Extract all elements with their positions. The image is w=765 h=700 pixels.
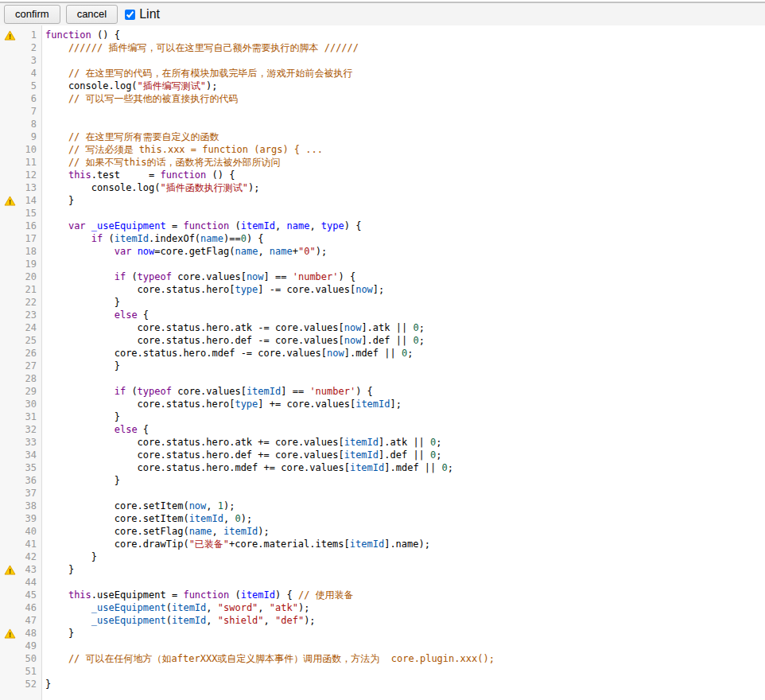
code-line[interactable]: 46 _useEquipment(itemId, "sword", "atk")…: [0, 601, 765, 614]
gutter-cell: 18: [0, 245, 43, 258]
code-line[interactable]: 17 if (itemId.indexOf(name)==0) {: [0, 232, 765, 245]
gutter-cell: 29: [0, 385, 43, 398]
code-line[interactable]: 8: [0, 118, 765, 130]
code-line[interactable]: 25 core.status.hero.def -= core.values[n…: [0, 334, 765, 347]
warning-triangle-icon: !: [4, 196, 16, 206]
lint-checkbox[interactable]: [125, 10, 135, 20]
line-number: 37: [17, 487, 43, 500]
code-line[interactable]: 32 else {: [0, 423, 765, 436]
code-line-text: if (typeof core.values[now] == 'number')…: [43, 270, 355, 283]
code-line-text: // 在这里写的代码，在所有模块加载完毕后，游戏开始前会被执行: [43, 67, 353, 80]
code-editor[interactable]: !1function () {2 ////// 插件编写，可以在这里写自己额外需…: [0, 25, 765, 700]
line-number: 34: [17, 449, 43, 461]
code-line[interactable]: 18 var now=core.getFlag(name, name+"0");: [0, 245, 765, 258]
code-line[interactable]: 36 }: [0, 474, 765, 487]
code-line[interactable]: 10 // 写法必须是 this.xxx = function (args) {…: [0, 143, 765, 156]
code-line[interactable]: 30 core.status.hero[type] += core.values…: [0, 398, 765, 410]
cancel-button[interactable]: cancel: [66, 5, 118, 24]
code-line[interactable]: 47 _useEquipment(itemId, "shield", "def"…: [0, 614, 765, 627]
code-line[interactable]: 6 // 可以写一些其他的被直接执行的代码: [0, 92, 765, 105]
code-line[interactable]: 31 }: [0, 410, 765, 423]
gutter-cell: !1: [0, 29, 43, 41]
code-line[interactable]: 35 core.status.hero.mdef += core.values[…: [0, 461, 765, 474]
code-line[interactable]: 2 ////// 插件编写，可以在这里写自己额外需要执行的脚本 //////: [0, 41, 765, 54]
gutter-cell: 7: [0, 105, 43, 118]
code-line[interactable]: 40 core.setFlag(name, itemId);: [0, 525, 765, 538]
code-line-text: var _useEquipment = function (itemId, na…: [43, 220, 361, 232]
code-line[interactable]: 20 if (typeof core.values[now] == 'numbe…: [0, 270, 765, 283]
code-line[interactable]: 4 // 在这里写的代码，在所有模块加载完毕后，游戏开始前会被执行: [0, 67, 765, 80]
gutter-cell: 2: [0, 41, 43, 54]
line-number: 15: [17, 207, 43, 220]
code-line[interactable]: 42 }: [0, 550, 765, 563]
gutter-cell: 16: [0, 220, 43, 232]
code-line[interactable]: !14 }: [0, 194, 765, 207]
code-line[interactable]: 27 }: [0, 360, 765, 372]
gutter-cell: 5: [0, 80, 43, 92]
code-line[interactable]: 52}: [0, 678, 765, 690]
code-line[interactable]: 7: [0, 105, 765, 118]
code-line[interactable]: 5 console.log("插件编写测试");: [0, 80, 765, 92]
line-number: 46: [17, 601, 43, 614]
lint-warning-icon[interactable]: !: [0, 196, 17, 206]
code-line[interactable]: !48 }: [0, 627, 765, 640]
code-line[interactable]: 11 // 如果不写this的话，函数将无法被外部所访问: [0, 156, 765, 169]
lint-warning-icon[interactable]: !: [0, 30, 17, 41]
code-line[interactable]: 44: [0, 576, 765, 589]
gutter-cell: 40: [0, 525, 43, 538]
code-line[interactable]: 38 core.setItem(now, 1);: [0, 500, 765, 512]
code-line-text: core.status.hero.def -= core.values[now]…: [43, 334, 425, 347]
gutter-cell: 31: [0, 410, 43, 423]
code-line[interactable]: 22 }: [0, 296, 765, 309]
code-line-text: }: [43, 194, 74, 207]
code-line-text: [43, 105, 45, 118]
gutter-cell: 23: [0, 309, 43, 321]
line-number: 19: [17, 258, 43, 270]
line-number: 49: [17, 640, 43, 652]
code-line[interactable]: 29 if (typeof core.values[itemId] == 'nu…: [0, 385, 765, 398]
code-line[interactable]: 23 else {: [0, 309, 765, 321]
lint-warning-icon[interactable]: !: [0, 628, 17, 639]
gutter-cell: 27: [0, 360, 43, 372]
code-line[interactable]: 45 this.useEquipment = function (itemId)…: [0, 589, 765, 601]
code-line[interactable]: 24 core.status.hero.atk -= core.values[n…: [0, 321, 765, 334]
code-line[interactable]: 34 core.status.hero.def += core.values[i…: [0, 449, 765, 461]
code-line[interactable]: 12 this.test = function () {: [0, 169, 765, 181]
code-line-text: [43, 54, 45, 67]
code-line[interactable]: 19: [0, 258, 765, 270]
line-number: 47: [17, 614, 43, 627]
code-line-text: // 可以在任何地方（如afterXXX或自定义脚本事件）调用函数，方法为 co…: [43, 652, 495, 665]
code-line[interactable]: 33 core.status.hero.atk += core.values[i…: [0, 436, 765, 449]
code-line[interactable]: 16 var _useEquipment = function (itemId,…: [0, 220, 765, 232]
code-line[interactable]: 13 console.log("插件函数执行测试");: [0, 181, 765, 194]
code-line-text: function () {: [43, 29, 120, 41]
code-line[interactable]: !1function () {: [0, 29, 765, 41]
code-line[interactable]: 39 core.setItem(itemId, 0);: [0, 512, 765, 525]
confirm-button[interactable]: confirm: [4, 5, 60, 24]
warning-triangle-icon: !: [4, 565, 16, 575]
code-line-text: }: [43, 627, 74, 640]
code-line[interactable]: 41 core.drawTip("已装备"+core.material.item…: [0, 538, 765, 550]
code-line[interactable]: 37: [0, 487, 765, 500]
code-line[interactable]: 3: [0, 54, 765, 67]
code-line[interactable]: !43 }: [0, 563, 765, 576]
gutter-cell: 42: [0, 550, 43, 563]
lint-warning-icon[interactable]: !: [0, 565, 17, 575]
line-number: 2: [17, 41, 43, 54]
code-line[interactable]: 21 core.status.hero[type] -= core.values…: [0, 283, 765, 296]
code-line[interactable]: 26 core.status.hero.mdef -= core.values[…: [0, 347, 765, 360]
line-number: 28: [17, 372, 43, 385]
code-line[interactable]: 9 // 在这里写所有需要自定义的函数: [0, 130, 765, 143]
line-number: 23: [17, 309, 43, 321]
code-line[interactable]: 51: [0, 665, 765, 678]
code-line-text: }: [43, 563, 74, 576]
code-line-text: [43, 118, 45, 130]
line-number: 41: [17, 538, 43, 550]
line-number: 6: [17, 92, 43, 105]
code-line-text: console.log("插件编写测试");: [43, 80, 218, 92]
code-line-text: [43, 665, 45, 678]
code-line[interactable]: 28: [0, 372, 765, 385]
code-line[interactable]: 15: [0, 207, 765, 220]
code-line[interactable]: 50 // 可以在任何地方（如afterXXX或自定义脚本事件）调用函数，方法为…: [0, 652, 765, 665]
code-line[interactable]: 49: [0, 640, 765, 652]
